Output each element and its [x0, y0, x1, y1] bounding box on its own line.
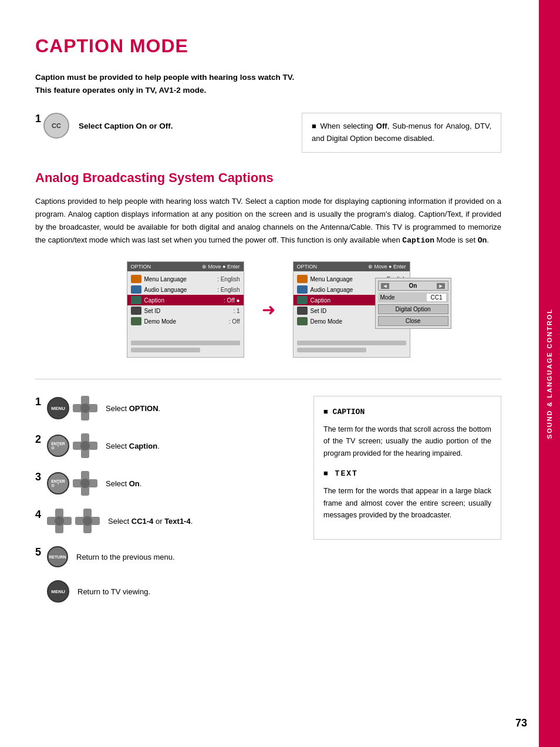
menu-value: : Off ● [224, 297, 240, 304]
popup-on-row: ◄ On ► [378, 281, 448, 291]
menu-icon [297, 285, 308, 294]
nav-cross-4b [75, 509, 100, 533]
nav-cross-3 [73, 471, 97, 496]
popup-close-label: Close [406, 318, 421, 324]
popup-mode-row: Mode CC1 [378, 292, 448, 302]
menu-row: Audio Language : English [127, 284, 244, 295]
enter-button-3: ENTER⊙ [47, 472, 69, 494]
page-title: CAPTION MODE [35, 35, 501, 57]
text-info-text: The term for the words that appear in a … [323, 485, 491, 521]
step1-icons: MENU [47, 396, 97, 420]
step1-row: 1 CC Select Caption On or Off. [35, 113, 284, 139]
text-info-title: ■ TEXT [323, 467, 491, 480]
menu-label: Set ID [144, 308, 234, 314]
menu-value: : 1 [233, 308, 239, 314]
popup-left-arrow: ◄ [381, 283, 390, 289]
menu-label: Menu Language [144, 276, 218, 282]
step-item-5: 5 RETURN Return to the previous menu. [35, 546, 290, 567]
step2-desc: Select Caption. [106, 442, 160, 450]
step-item-1: 1 MENU Select OPTION. [35, 396, 290, 420]
section-title: Analog Broadcasting System Captions [35, 170, 501, 186]
menu-header-right: OPTION ⊕ Move ● Enter [294, 262, 410, 271]
popup-digital-option-button[interactable]: Digital Option [378, 304, 448, 314]
step-num-1: 1 [35, 396, 47, 408]
page-number: 73 [515, 717, 527, 729]
note-box-container: ■ When selecting Off, Sub-menus for Anal… [302, 113, 501, 153]
menu-row: Demo Mode : Off [127, 316, 244, 327]
menu-title-left: OPTION [131, 264, 151, 270]
menu-icon [131, 317, 141, 325]
menu-label: Menu Language [311, 276, 384, 282]
popup-on-label: On [409, 282, 417, 289]
popup-close-button[interactable]: Close [378, 316, 448, 326]
menu-label: Demo Mode [144, 318, 229, 325]
arrow-icon: ➜ [262, 300, 275, 319]
menu-nav-right: ⊕ Move ● Enter [368, 264, 406, 270]
menu-footer-icon [297, 341, 406, 345]
intro-line1: Caption must be provided to help people … [35, 71, 501, 84]
caption-info-title: ■ CAPTION [323, 406, 491, 418]
step1-text: Select Caption On or Off. [79, 122, 173, 130]
step-menu-desc: Return to TV viewing. [77, 587, 150, 596]
return-button: RETURN [47, 546, 68, 567]
info-box: ■ CAPTION The term for the words that sc… [313, 396, 501, 540]
cc-button: CC [43, 113, 69, 139]
steps-section: 1 MENU Select OPTION. 2 ENTER⊙ [35, 396, 501, 615]
menu-label: Audio Language [144, 287, 218, 293]
step-menu-icons: MENU [47, 580, 69, 603]
menu-screenshot-left: OPTION ⊕ Move ● Enter Menu Language : En… [127, 261, 244, 358]
menu-nav-left: ⊕ Move ● Enter [202, 264, 239, 270]
menu-icon [131, 285, 141, 294]
menu-header-left: OPTION ⊕ Move ● Enter [127, 262, 244, 271]
nav-cross-2 [73, 433, 97, 458]
menu-spacer [127, 327, 244, 338]
menu-footer-icon [131, 341, 240, 345]
menu-value: : English [217, 287, 239, 293]
step-num-2: 2 [35, 433, 47, 446]
menu-icon [297, 296, 308, 304]
menu-row-active: Caption : Off ● [127, 295, 244, 305]
intro-text: Caption must be provided to help people … [35, 71, 501, 96]
step5-icons: RETURN [47, 546, 68, 567]
popup-digital-option-label: Digital Option [395, 306, 430, 312]
step-item-4: 4 Select CC1-4 or Text1-4. [35, 509, 290, 533]
sidebar-label: SOUND & LANGUAGE CONTROL [546, 308, 553, 439]
body-paragraph: Captions provided to help people with he… [35, 195, 501, 247]
nav-cross-4a [47, 509, 72, 533]
menu-title-right: OPTION [297, 264, 318, 270]
menu-row: Menu Language : English [127, 274, 244, 284]
nav-cross-1 [73, 396, 97, 420]
menu-icon [131, 296, 141, 304]
step1-desc: Select OPTION. [106, 404, 160, 413]
step5-desc: Return to the previous menu. [76, 553, 175, 561]
step-item-menu: 0 MENU Return to TV viewing. [35, 580, 290, 603]
menu-value: : Off [229, 318, 240, 325]
step-num-3: 3 [35, 471, 47, 483]
step-item-3: 3 ENTER⊙ Select On. [35, 471, 290, 496]
menu-row: Set ID : 1 [127, 305, 244, 316]
step1-number: 1 [35, 113, 41, 125]
steps-right: ■ CAPTION The term for the words that sc… [313, 396, 501, 615]
sidebar: SOUND & LANGUAGE CONTROL [539, 0, 560, 747]
menu-label: Caption [144, 297, 224, 304]
steps-left: 1 MENU Select OPTION. 2 ENTER⊙ [35, 396, 290, 615]
popup-right-arrow: ► [437, 283, 446, 289]
enter-button-2: ENTER⊙ [47, 435, 69, 457]
section-divider [35, 379, 501, 379]
menu-icon [131, 275, 141, 283]
screenshots-area: OPTION ⊕ Move ● Enter Menu Language : En… [35, 261, 501, 358]
menu-screenshot-right-container: OPTION ⊕ Move ● Enter Menu Language : En… [293, 261, 410, 358]
note-bullet: ■ [312, 122, 320, 130]
menu-button-1: MENU [47, 397, 69, 419]
step3-desc: Select On. [106, 479, 141, 488]
step-item-2: 2 ENTER⊙ Select Caption. [35, 433, 290, 458]
menu-icon [297, 307, 308, 315]
popup-mode-value: CC1 [427, 294, 446, 301]
menu-icon [131, 307, 141, 315]
menu-value: : English [217, 276, 239, 282]
note-box: ■ When selecting Off, Sub-menus for Anal… [302, 113, 501, 153]
step4-icons [47, 509, 100, 533]
step2-icons: ENTER⊙ [47, 433, 97, 458]
step-num-5: 5 [35, 546, 47, 558]
step3-icons: ENTER⊙ [47, 471, 97, 496]
